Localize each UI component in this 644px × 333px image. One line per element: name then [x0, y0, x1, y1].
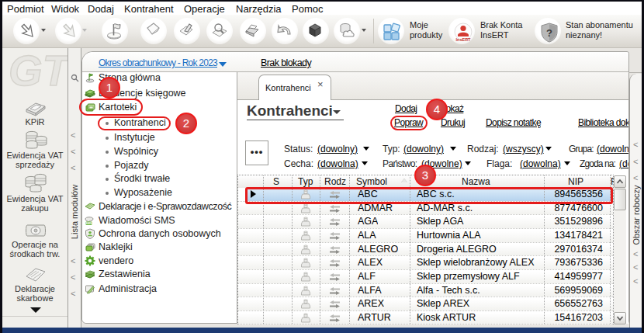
svg-text:?: ? [546, 27, 552, 39]
svg-text:InsERT: InsERT [456, 37, 472, 42]
svg-text:SMS: SMS [86, 222, 92, 225]
svg-text:GT: GT [9, 50, 68, 90]
